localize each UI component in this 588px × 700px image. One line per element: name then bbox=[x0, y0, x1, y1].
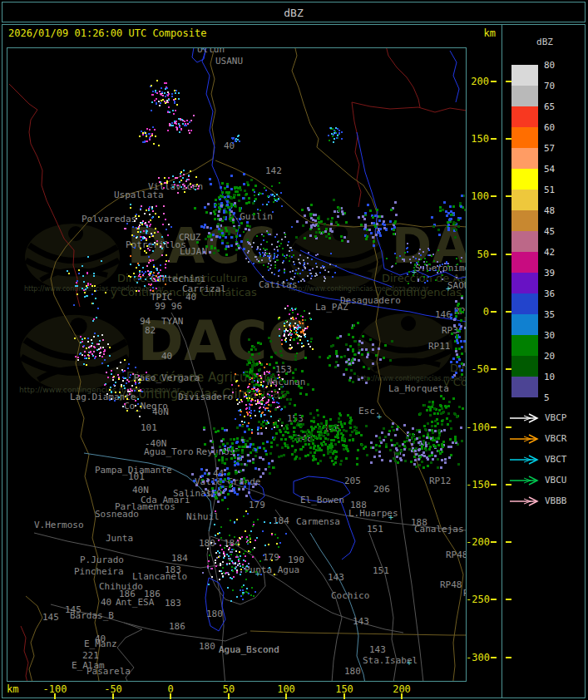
legend-cell bbox=[511, 169, 538, 190]
right-tick bbox=[491, 195, 497, 197]
legend-cell bbox=[511, 293, 538, 314]
bottom-tick bbox=[343, 693, 345, 699]
echo-canvas bbox=[7, 48, 467, 682]
right-tick bbox=[506, 81, 511, 82]
vector-label: VBCP bbox=[545, 412, 567, 423]
legend-cell bbox=[511, 231, 538, 252]
right-tick bbox=[506, 311, 511, 313]
right-tick bbox=[506, 195, 511, 197]
legend-cell-label: 57 bbox=[544, 143, 555, 154]
vector-arrow-icon bbox=[509, 476, 541, 486]
vector-arrow-icon bbox=[509, 496, 541, 506]
legend-cell-label: 80 bbox=[544, 60, 555, 71]
legend-cell-label: 36 bbox=[544, 288, 555, 299]
right-tick-label: -300 bbox=[466, 652, 489, 663]
right-tick bbox=[491, 254, 497, 255]
right-tick bbox=[491, 426, 497, 428]
map-layer: DACCDirección de Agriculturay Contingenc… bbox=[7, 48, 467, 682]
legend-cell bbox=[511, 127, 538, 148]
right-tick-label: 50 bbox=[466, 249, 489, 260]
bottom-tick bbox=[170, 693, 171, 699]
legend-cell-label: 39 bbox=[544, 268, 555, 279]
legend-cell bbox=[511, 190, 538, 210]
legend-cell bbox=[511, 335, 538, 356]
panel-divider bbox=[502, 24, 502, 698]
right-tick bbox=[491, 657, 497, 658]
bottom-tick bbox=[285, 693, 287, 699]
legend-cell bbox=[511, 148, 538, 169]
legend-cell-label: 20 bbox=[544, 351, 555, 362]
right-tick-label: 150 bbox=[466, 133, 489, 145]
vector-arrow-icon bbox=[509, 413, 541, 423]
right-tick bbox=[491, 138, 497, 140]
legend-cell-label: 45 bbox=[544, 226, 555, 237]
bottom-tick bbox=[401, 693, 403, 699]
right-tick-label: 100 bbox=[466, 190, 489, 202]
right-tick bbox=[491, 541, 497, 543]
legend-cell-label: 65 bbox=[544, 101, 555, 112]
right-tick bbox=[506, 657, 511, 658]
right-tick-label: -150 bbox=[466, 479, 489, 490]
right-tick-label: -100 bbox=[466, 421, 489, 433]
right-tick-label: 0 bbox=[466, 306, 489, 318]
legend-cell bbox=[511, 86, 538, 106]
bottom-tick bbox=[228, 693, 230, 699]
legend-cell-label: 60 bbox=[544, 122, 555, 133]
right-tick-label: -50 bbox=[466, 363, 489, 375]
vector-label: VBBB bbox=[545, 495, 567, 506]
right-tick bbox=[491, 311, 497, 313]
right-tick bbox=[506, 368, 511, 370]
vector-arrow-icon bbox=[509, 434, 541, 444]
right-tick bbox=[506, 138, 511, 140]
legend-cell bbox=[511, 210, 538, 231]
legend-cell-label: 54 bbox=[544, 164, 555, 175]
window-title: dBZ bbox=[284, 7, 303, 19]
bottom-tick bbox=[54, 693, 56, 699]
right-tick bbox=[506, 254, 511, 255]
legend-cell-label: 5 bbox=[544, 392, 550, 403]
legend-cell-label: 35 bbox=[544, 309, 555, 320]
legend-cell bbox=[511, 106, 538, 127]
map-viewport: DACCDirección de Agriculturay Contingenc… bbox=[7, 47, 467, 682]
legend-cell-label: 30 bbox=[544, 330, 555, 341]
legend-cell-label: 51 bbox=[544, 185, 555, 195]
right-tick bbox=[491, 368, 497, 370]
right-axis-unit: km bbox=[471, 27, 496, 39]
right-tick bbox=[506, 426, 511, 428]
legend-cell-label: 42 bbox=[544, 247, 555, 258]
vector-label: VBCR bbox=[545, 433, 567, 444]
right-tick bbox=[491, 599, 497, 600]
vector-arrow-icon bbox=[509, 455, 541, 465]
right-tick-label: -200 bbox=[466, 536, 489, 548]
vector-label: VBCT bbox=[545, 454, 567, 465]
legend-cell-label: 70 bbox=[544, 81, 555, 91]
title-bar: dBZ bbox=[2, 2, 586, 22]
bottom-axis-unit: km bbox=[7, 683, 18, 695]
vector-label: VBCU bbox=[545, 475, 567, 486]
right-tick bbox=[506, 599, 511, 600]
legend-cell bbox=[511, 65, 538, 86]
legend-title: dBZ bbox=[507, 37, 582, 47]
right-tick bbox=[491, 484, 497, 486]
right-tick-label: -250 bbox=[466, 594, 489, 605]
right-tick bbox=[506, 541, 511, 543]
right-tick bbox=[491, 81, 497, 82]
legend-cell-label: 48 bbox=[544, 205, 555, 216]
legend-cell bbox=[511, 252, 538, 273]
radar-app-window: dBZ 2026/01/09 01:26:00 UTC Composite km… bbox=[0, 0, 588, 700]
legend-cell-label: 10 bbox=[544, 372, 555, 382]
legend-cell bbox=[511, 377, 538, 397]
legend-cell bbox=[511, 356, 538, 377]
right-tick-label: 200 bbox=[466, 76, 489, 87]
legend-cell bbox=[511, 273, 538, 293]
legend-cell bbox=[511, 314, 538, 335]
timestamp-label: 2026/01/09 01:26:00 UTC Composite bbox=[8, 27, 206, 39]
bottom-tick bbox=[112, 693, 114, 699]
